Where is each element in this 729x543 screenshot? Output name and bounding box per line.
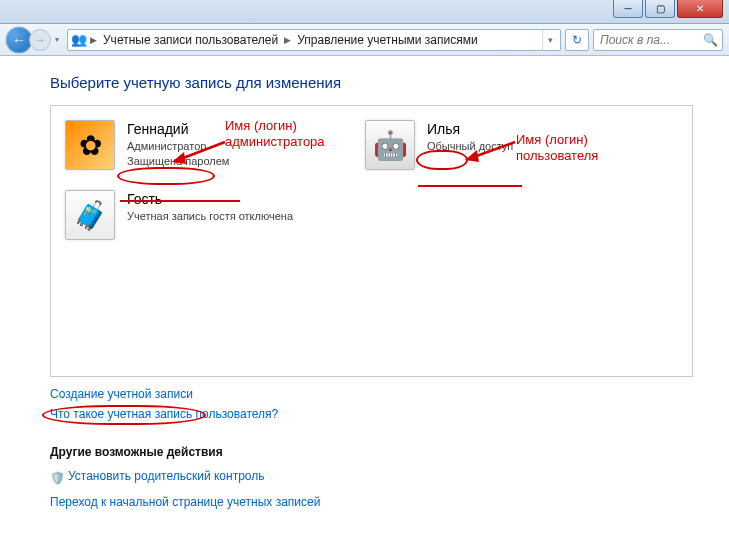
address-dropdown[interactable]: ▾ <box>542 30 558 50</box>
user-accounts-icon: 👥 <box>70 31 88 49</box>
links-section: Создание учетной записи Что такое учетна… <box>50 387 693 427</box>
forward-arrow-icon: → <box>34 33 46 47</box>
account-role: Обычный доступ <box>427 139 513 154</box>
flower-icon: ✿ <box>79 129 102 162</box>
account-role: Учетная запись гостя отключена <box>127 209 293 224</box>
account-item-ilya[interactable]: 🤖 Илья Обычный доступ <box>359 114 659 176</box>
account-role: Администратор <box>127 139 229 154</box>
search-box[interactable]: 🔍 <box>593 29 723 51</box>
search-icon[interactable]: 🔍 <box>703 33 718 47</box>
account-name: Илья <box>427 120 513 139</box>
account-status: Защищена паролем <box>127 154 229 169</box>
account-info: Гость Учетная запись гостя отключена <box>127 190 293 224</box>
create-account-link[interactable]: Создание учетной записи <box>50 387 193 401</box>
parental-control-link[interactable]: Установить родительский контроль <box>68 469 265 483</box>
account-item-gennadiy[interactable]: ✿ Геннадий Администратор Защищена пароле… <box>59 114 359 176</box>
accounts-panel: ✿ Геннадий Администратор Защищена пароле… <box>50 105 693 377</box>
chevron-down-icon: ▾ <box>55 35 59 44</box>
page-title: Выберите учетную запись для изменения <box>50 74 693 91</box>
back-arrow-icon: ← <box>12 32 26 48</box>
account-info: Илья Обычный доступ <box>427 120 513 154</box>
breadcrumb-manage[interactable]: Управление учетными записями <box>293 33 481 47</box>
maximize-icon: ▢ <box>656 3 665 14</box>
shield-icon: 🛡️ <box>50 471 64 485</box>
account-avatar: 🤖 <box>365 120 415 170</box>
close-icon: ✕ <box>696 3 704 14</box>
refresh-button[interactable]: ↻ <box>565 29 589 51</box>
what-is-account-link[interactable]: Что такое учетная запись пользователя? <box>50 407 278 421</box>
minimize-icon: ─ <box>624 3 631 14</box>
refresh-icon: ↻ <box>572 33 582 47</box>
address-bar[interactable]: 👥 ▶ Учетные записи пользователей ▶ Управ… <box>67 29 561 51</box>
titlebar: ─ ▢ ✕ <box>0 0 729 24</box>
close-button[interactable]: ✕ <box>677 0 723 18</box>
account-info: Геннадий Администратор Защищена паролем <box>127 120 229 169</box>
breadcrumb-sep: ▶ <box>88 35 99 45</box>
goto-start-link[interactable]: Переход к начальной странице учетных зап… <box>50 495 320 509</box>
nav-forward-button: → <box>29 29 51 51</box>
other-actions-header: Другие возможные действия <box>50 445 693 459</box>
maximize-button[interactable]: ▢ <box>645 0 675 18</box>
breadcrumb-accounts[interactable]: Учетные записи пользователей <box>99 33 282 47</box>
breadcrumb-sep: ▶ <box>282 35 293 45</box>
search-input[interactable] <box>598 32 703 48</box>
account-item-guest[interactable]: 🧳 Гость Учетная запись гостя отключена <box>59 184 359 246</box>
account-avatar: ✿ <box>65 120 115 170</box>
account-avatar: 🧳 <box>65 190 115 240</box>
account-name: Геннадий <box>127 120 229 139</box>
suitcase-icon: 🧳 <box>73 199 108 232</box>
robot-icon: 🤖 <box>373 129 408 162</box>
navbar: ← → ▾ 👥 ▶ Учетные записи пользователей ▶… <box>0 24 729 56</box>
minimize-button[interactable]: ─ <box>613 0 643 18</box>
nav-history-dropdown[interactable]: ▾ <box>51 35 63 44</box>
account-name: Гость <box>127 190 293 209</box>
